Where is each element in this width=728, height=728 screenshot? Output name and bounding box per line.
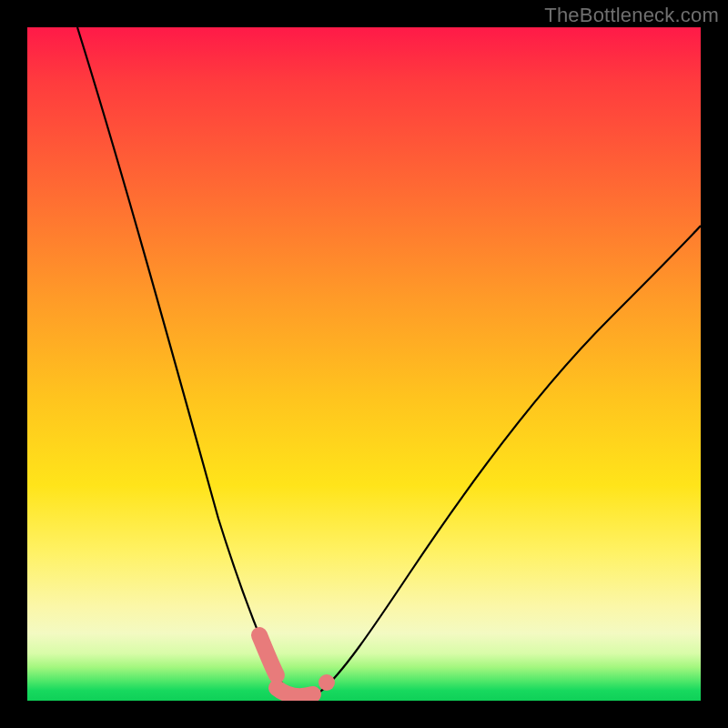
chart-frame: TheBottleneck.com: [0, 0, 728, 728]
marker-salmon-bottom: [277, 688, 313, 696]
bottleneck-curve: [27, 27, 701, 701]
plot-area: [27, 27, 701, 701]
watermark-text: TheBottleneck.com: [544, 4, 719, 27]
curve-right-branch: [293, 226, 701, 697]
marker-salmon-dot: [318, 674, 335, 691]
curve-left-branch: [77, 27, 293, 695]
marker-salmon-left: [259, 635, 277, 675]
